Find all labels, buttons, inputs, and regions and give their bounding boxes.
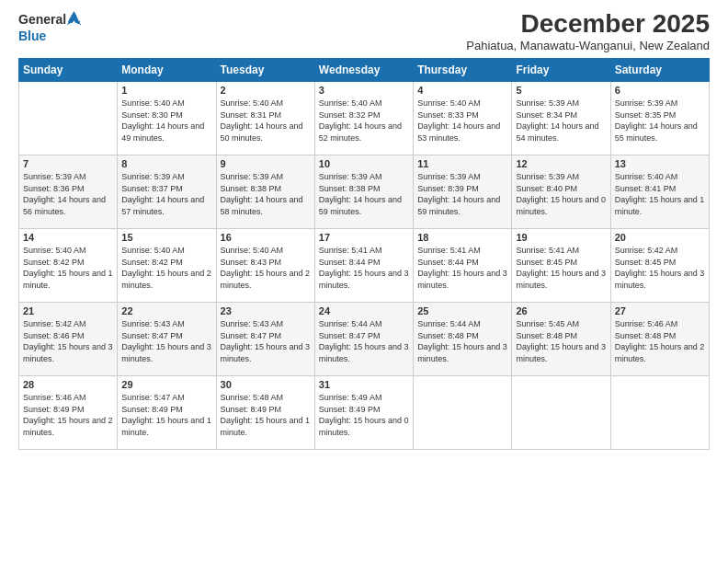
logo-blue: Blue xyxy=(18,29,46,43)
day-info: Sunrise: 5:40 AMSunset: 8:31 PMDaylight:… xyxy=(221,98,311,144)
subtitle: Pahiatua, Manawatu-Wanganui, New Zealand xyxy=(466,39,710,52)
day-info: Sunrise: 5:39 AMSunset: 8:40 PMDaylight:… xyxy=(516,171,606,217)
day-cell xyxy=(414,376,512,450)
day-info: Sunrise: 5:46 AMSunset: 8:49 PMDaylight:… xyxy=(23,392,113,438)
day-cell: 12Sunrise: 5:39 AMSunset: 8:40 PMDayligh… xyxy=(512,155,610,229)
day-cell: 10Sunrise: 5:39 AMSunset: 8:38 PMDayligh… xyxy=(314,155,413,229)
day-number: 11 xyxy=(417,158,507,169)
day-info: Sunrise: 5:45 AMSunset: 8:48 PMDaylight:… xyxy=(516,318,606,364)
day-info: Sunrise: 5:40 AMSunset: 8:42 PMDaylight:… xyxy=(121,245,211,291)
logo-bird-icon: ⮝ xyxy=(66,9,83,29)
day-number: 19 xyxy=(516,232,606,243)
day-info: Sunrise: 5:39 AMSunset: 8:36 PMDaylight:… xyxy=(23,171,113,217)
day-info: Sunrise: 5:41 AMSunset: 8:44 PMDaylight:… xyxy=(319,245,409,291)
day-number: 16 xyxy=(221,232,311,243)
day-info: Sunrise: 5:46 AMSunset: 8:48 PMDaylight:… xyxy=(615,318,705,364)
col-monday: Monday xyxy=(118,59,216,82)
day-number: 15 xyxy=(121,232,211,243)
calendar-table: Sunday Monday Tuesday Wednesday Thursday… xyxy=(18,58,710,450)
day-info: Sunrise: 5:39 AMSunset: 8:38 PMDaylight:… xyxy=(319,171,409,217)
day-info: Sunrise: 5:49 AMSunset: 8:49 PMDaylight:… xyxy=(319,392,409,438)
logo-general: General xyxy=(18,12,66,27)
page-container: General ⮝ Blue December 2025 Pahiatua, M… xyxy=(0,0,728,459)
day-number: 1 xyxy=(121,85,211,96)
day-info: Sunrise: 5:48 AMSunset: 8:49 PMDaylight:… xyxy=(221,392,311,438)
day-cell: 9Sunrise: 5:39 AMSunset: 8:38 PMDaylight… xyxy=(216,155,314,229)
day-cell: 7Sunrise: 5:39 AMSunset: 8:36 PMDaylight… xyxy=(19,155,118,229)
day-cell: 14Sunrise: 5:40 AMSunset: 8:42 PMDayligh… xyxy=(19,229,118,303)
col-sunday: Sunday xyxy=(19,59,118,82)
day-number: 25 xyxy=(417,305,507,316)
day-number: 23 xyxy=(221,305,311,316)
day-number: 21 xyxy=(23,305,113,316)
day-cell: 24Sunrise: 5:44 AMSunset: 8:47 PMDayligh… xyxy=(314,303,413,376)
day-info: Sunrise: 5:39 AMSunset: 8:38 PMDaylight:… xyxy=(221,171,311,217)
day-info: Sunrise: 5:41 AMSunset: 8:45 PMDaylight:… xyxy=(516,245,606,291)
logo: General ⮝ Blue xyxy=(18,9,83,43)
day-cell: 15Sunrise: 5:40 AMSunset: 8:42 PMDayligh… xyxy=(118,229,216,303)
day-cell: 29Sunrise: 5:47 AMSunset: 8:49 PMDayligh… xyxy=(118,376,216,450)
day-number: 28 xyxy=(23,379,113,390)
day-cell: 28Sunrise: 5:46 AMSunset: 8:49 PMDayligh… xyxy=(19,376,118,450)
day-info: Sunrise: 5:43 AMSunset: 8:47 PMDaylight:… xyxy=(121,318,211,364)
col-wednesday: Wednesday xyxy=(314,59,413,82)
day-cell: 16Sunrise: 5:40 AMSunset: 8:43 PMDayligh… xyxy=(216,229,314,303)
day-info: Sunrise: 5:40 AMSunset: 8:43 PMDaylight:… xyxy=(221,245,311,291)
day-number: 2 xyxy=(221,85,311,96)
day-info: Sunrise: 5:44 AMSunset: 8:48 PMDaylight:… xyxy=(417,318,507,364)
day-number: 9 xyxy=(221,158,311,169)
day-number: 8 xyxy=(121,158,211,169)
day-cell: 11Sunrise: 5:39 AMSunset: 8:39 PMDayligh… xyxy=(414,155,512,229)
day-cell: 5Sunrise: 5:39 AMSunset: 8:34 PMDaylight… xyxy=(512,82,610,155)
day-info: Sunrise: 5:40 AMSunset: 8:32 PMDaylight:… xyxy=(319,98,409,144)
col-saturday: Saturday xyxy=(610,59,709,82)
day-cell: 18Sunrise: 5:41 AMSunset: 8:44 PMDayligh… xyxy=(414,229,512,303)
day-number: 27 xyxy=(615,305,705,316)
day-number: 17 xyxy=(319,232,409,243)
day-cell: 21Sunrise: 5:42 AMSunset: 8:46 PMDayligh… xyxy=(19,303,118,376)
day-info: Sunrise: 5:42 AMSunset: 8:46 PMDaylight:… xyxy=(23,318,113,364)
day-number: 5 xyxy=(516,85,606,96)
week-row-2: 7Sunrise: 5:39 AMSunset: 8:36 PMDaylight… xyxy=(19,155,710,229)
day-number: 13 xyxy=(615,158,705,169)
day-info: Sunrise: 5:40 AMSunset: 8:33 PMDaylight:… xyxy=(417,98,507,144)
day-cell xyxy=(512,376,610,450)
month-title: December 2025 xyxy=(466,9,710,39)
header: General ⮝ Blue December 2025 Pahiatua, M… xyxy=(18,9,710,52)
week-row-3: 14Sunrise: 5:40 AMSunset: 8:42 PMDayligh… xyxy=(19,229,710,303)
day-cell: 2Sunrise: 5:40 AMSunset: 8:31 PMDaylight… xyxy=(216,82,314,155)
week-row-5: 28Sunrise: 5:46 AMSunset: 8:49 PMDayligh… xyxy=(19,376,710,450)
day-info: Sunrise: 5:40 AMSunset: 8:42 PMDaylight:… xyxy=(23,245,113,291)
day-number: 4 xyxy=(417,85,507,96)
col-tuesday: Tuesday xyxy=(216,59,314,82)
header-row: Sunday Monday Tuesday Wednesday Thursday… xyxy=(19,59,710,82)
day-cell: 17Sunrise: 5:41 AMSunset: 8:44 PMDayligh… xyxy=(314,229,413,303)
day-number: 6 xyxy=(615,85,705,96)
day-number: 7 xyxy=(23,158,113,169)
day-info: Sunrise: 5:39 AMSunset: 8:34 PMDaylight:… xyxy=(516,98,606,144)
day-cell: 13Sunrise: 5:40 AMSunset: 8:41 PMDayligh… xyxy=(610,155,709,229)
day-cell: 27Sunrise: 5:46 AMSunset: 8:48 PMDayligh… xyxy=(610,303,709,376)
day-number: 31 xyxy=(319,379,409,390)
day-cell xyxy=(610,376,709,450)
day-info: Sunrise: 5:42 AMSunset: 8:45 PMDaylight:… xyxy=(615,245,705,291)
day-info: Sunrise: 5:44 AMSunset: 8:47 PMDaylight:… xyxy=(319,318,409,364)
day-info: Sunrise: 5:39 AMSunset: 8:35 PMDaylight:… xyxy=(615,98,705,144)
day-number: 29 xyxy=(121,379,211,390)
day-cell: 23Sunrise: 5:43 AMSunset: 8:47 PMDayligh… xyxy=(216,303,314,376)
week-row-1: 1Sunrise: 5:40 AMSunset: 8:30 PMDaylight… xyxy=(19,82,710,155)
day-number: 30 xyxy=(221,379,311,390)
day-cell: 3Sunrise: 5:40 AMSunset: 8:32 PMDaylight… xyxy=(314,82,413,155)
day-info: Sunrise: 5:40 AMSunset: 8:30 PMDaylight:… xyxy=(121,98,211,144)
day-cell xyxy=(19,82,118,155)
col-thursday: Thursday xyxy=(414,59,512,82)
day-cell: 25Sunrise: 5:44 AMSunset: 8:48 PMDayligh… xyxy=(414,303,512,376)
day-cell: 6Sunrise: 5:39 AMSunset: 8:35 PMDaylight… xyxy=(610,82,709,155)
day-cell: 1Sunrise: 5:40 AMSunset: 8:30 PMDaylight… xyxy=(118,82,216,155)
day-number: 3 xyxy=(319,85,409,96)
day-info: Sunrise: 5:39 AMSunset: 8:37 PMDaylight:… xyxy=(121,171,211,217)
day-info: Sunrise: 5:43 AMSunset: 8:47 PMDaylight:… xyxy=(221,318,311,364)
day-number: 20 xyxy=(615,232,705,243)
day-number: 24 xyxy=(319,305,409,316)
day-number: 18 xyxy=(417,232,507,243)
